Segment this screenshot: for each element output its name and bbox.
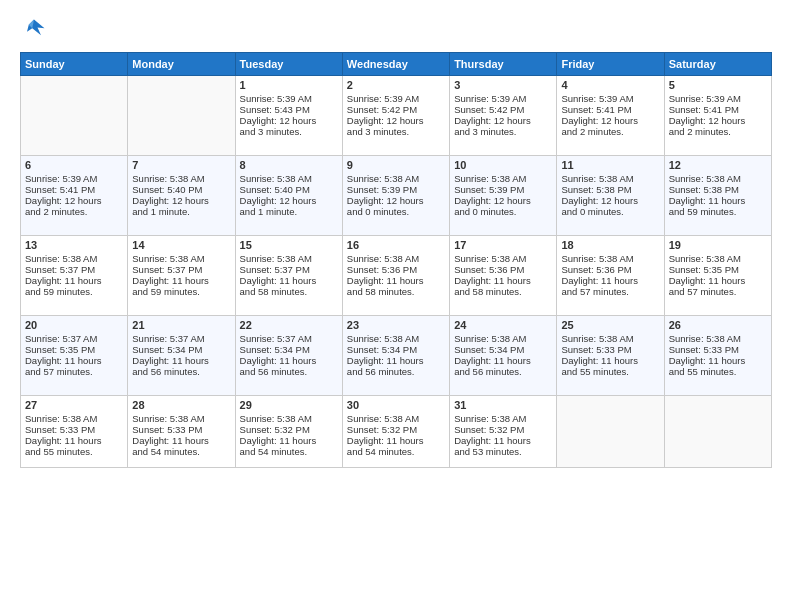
- cell-text: Sunset: 5:43 PM: [240, 104, 338, 115]
- cell-text: and 1 minute.: [240, 206, 338, 217]
- cell-text: Sunrise: 5:39 AM: [669, 93, 767, 104]
- cell-text: and 55 minutes.: [561, 366, 659, 377]
- cell-text: Sunset: 5:41 PM: [25, 184, 123, 195]
- cell-text: Sunrise: 5:38 AM: [454, 253, 552, 264]
- cell-text: Sunrise: 5:38 AM: [25, 413, 123, 424]
- calendar-cell: 17Sunrise: 5:38 AMSunset: 5:36 PMDayligh…: [450, 236, 557, 316]
- calendar-cell: 7Sunrise: 5:38 AMSunset: 5:40 PMDaylight…: [128, 156, 235, 236]
- cell-text: and 54 minutes.: [347, 446, 445, 457]
- cell-text: Sunset: 5:34 PM: [132, 344, 230, 355]
- cell-text: and 58 minutes.: [347, 286, 445, 297]
- calendar-cell: 10Sunrise: 5:38 AMSunset: 5:39 PMDayligh…: [450, 156, 557, 236]
- cell-text: Sunrise: 5:39 AM: [561, 93, 659, 104]
- calendar-cell: 25Sunrise: 5:38 AMSunset: 5:33 PMDayligh…: [557, 316, 664, 396]
- cell-text: Sunrise: 5:39 AM: [240, 93, 338, 104]
- cell-text: Sunrise: 5:37 AM: [132, 333, 230, 344]
- header-cell-monday: Monday: [128, 53, 235, 76]
- cell-text: Sunset: 5:32 PM: [240, 424, 338, 435]
- header-cell-wednesday: Wednesday: [342, 53, 449, 76]
- cell-text: and 3 minutes.: [240, 126, 338, 137]
- cell-text: and 57 minutes.: [669, 286, 767, 297]
- day-number: 19: [669, 239, 767, 251]
- cell-text: Sunrise: 5:39 AM: [347, 93, 445, 104]
- calendar-cell: 18Sunrise: 5:38 AMSunset: 5:36 PMDayligh…: [557, 236, 664, 316]
- cell-text: Daylight: 11 hours: [347, 435, 445, 446]
- cell-text: and 57 minutes.: [561, 286, 659, 297]
- cell-text: and 58 minutes.: [454, 286, 552, 297]
- cell-text: Sunrise: 5:39 AM: [454, 93, 552, 104]
- cell-text: and 0 minutes.: [347, 206, 445, 217]
- day-number: 4: [561, 79, 659, 91]
- calendar-week-3: 13Sunrise: 5:38 AMSunset: 5:37 PMDayligh…: [21, 236, 772, 316]
- cell-text: Sunrise: 5:38 AM: [240, 173, 338, 184]
- cell-text: and 54 minutes.: [132, 446, 230, 457]
- cell-text: Sunrise: 5:37 AM: [25, 333, 123, 344]
- cell-text: Sunset: 5:34 PM: [240, 344, 338, 355]
- cell-text: Sunset: 5:33 PM: [25, 424, 123, 435]
- cell-text: Daylight: 12 hours: [132, 195, 230, 206]
- cell-text: Daylight: 12 hours: [25, 195, 123, 206]
- cell-text: Daylight: 11 hours: [454, 355, 552, 366]
- calendar-cell: 15Sunrise: 5:38 AMSunset: 5:37 PMDayligh…: [235, 236, 342, 316]
- cell-text: Daylight: 11 hours: [240, 275, 338, 286]
- day-number: 8: [240, 159, 338, 171]
- cell-text: and 55 minutes.: [25, 446, 123, 457]
- day-number: 24: [454, 319, 552, 331]
- cell-text: Daylight: 11 hours: [347, 275, 445, 286]
- cell-text: Daylight: 11 hours: [561, 275, 659, 286]
- calendar-cell: 28Sunrise: 5:38 AMSunset: 5:33 PMDayligh…: [128, 396, 235, 468]
- cell-text: and 59 minutes.: [669, 206, 767, 217]
- cell-text: and 3 minutes.: [347, 126, 445, 137]
- cell-text: Sunset: 5:36 PM: [347, 264, 445, 275]
- cell-text: Sunset: 5:42 PM: [347, 104, 445, 115]
- calendar-cell: 26Sunrise: 5:38 AMSunset: 5:33 PMDayligh…: [664, 316, 771, 396]
- cell-text: Sunrise: 5:38 AM: [347, 253, 445, 264]
- cell-text: Sunrise: 5:38 AM: [454, 413, 552, 424]
- calendar-cell: 31Sunrise: 5:38 AMSunset: 5:32 PMDayligh…: [450, 396, 557, 468]
- cell-text: Daylight: 11 hours: [25, 355, 123, 366]
- cell-text: Sunrise: 5:38 AM: [454, 333, 552, 344]
- cell-text: and 58 minutes.: [240, 286, 338, 297]
- cell-text: Daylight: 12 hours: [347, 115, 445, 126]
- cell-text: and 3 minutes.: [454, 126, 552, 137]
- cell-text: Daylight: 11 hours: [132, 435, 230, 446]
- cell-text: Daylight: 12 hours: [561, 115, 659, 126]
- day-number: 12: [669, 159, 767, 171]
- header-cell-tuesday: Tuesday: [235, 53, 342, 76]
- day-number: 23: [347, 319, 445, 331]
- calendar-cell: [128, 76, 235, 156]
- day-number: 21: [132, 319, 230, 331]
- cell-text: Sunrise: 5:38 AM: [347, 413, 445, 424]
- calendar-cell: 3Sunrise: 5:39 AMSunset: 5:42 PMDaylight…: [450, 76, 557, 156]
- cell-text: Sunset: 5:32 PM: [347, 424, 445, 435]
- day-number: 13: [25, 239, 123, 251]
- cell-text: Daylight: 11 hours: [132, 355, 230, 366]
- calendar-cell: [664, 396, 771, 468]
- day-number: 18: [561, 239, 659, 251]
- calendar-page: SundayMondayTuesdayWednesdayThursdayFrid…: [0, 0, 792, 478]
- cell-text: Sunset: 5:41 PM: [669, 104, 767, 115]
- header-cell-saturday: Saturday: [664, 53, 771, 76]
- cell-text: Sunrise: 5:38 AM: [240, 253, 338, 264]
- day-number: 9: [347, 159, 445, 171]
- cell-text: Sunset: 5:38 PM: [561, 184, 659, 195]
- cell-text: Sunset: 5:42 PM: [454, 104, 552, 115]
- calendar-cell: 30Sunrise: 5:38 AMSunset: 5:32 PMDayligh…: [342, 396, 449, 468]
- cell-text: and 56 minutes.: [347, 366, 445, 377]
- cell-text: Daylight: 12 hours: [454, 195, 552, 206]
- cell-text: Daylight: 11 hours: [25, 275, 123, 286]
- calendar-cell: 9Sunrise: 5:38 AMSunset: 5:39 PMDaylight…: [342, 156, 449, 236]
- day-number: 15: [240, 239, 338, 251]
- cell-text: Sunrise: 5:39 AM: [25, 173, 123, 184]
- cell-text: Sunrise: 5:38 AM: [561, 333, 659, 344]
- cell-text: Sunset: 5:35 PM: [25, 344, 123, 355]
- calendar-week-2: 6Sunrise: 5:39 AMSunset: 5:41 PMDaylight…: [21, 156, 772, 236]
- cell-text: Daylight: 11 hours: [25, 435, 123, 446]
- cell-text: Daylight: 11 hours: [669, 355, 767, 366]
- cell-text: and 0 minutes.: [561, 206, 659, 217]
- cell-text: and 56 minutes.: [454, 366, 552, 377]
- cell-text: Sunrise: 5:38 AM: [669, 253, 767, 264]
- calendar-cell: [557, 396, 664, 468]
- header-cell-friday: Friday: [557, 53, 664, 76]
- cell-text: Daylight: 11 hours: [669, 195, 767, 206]
